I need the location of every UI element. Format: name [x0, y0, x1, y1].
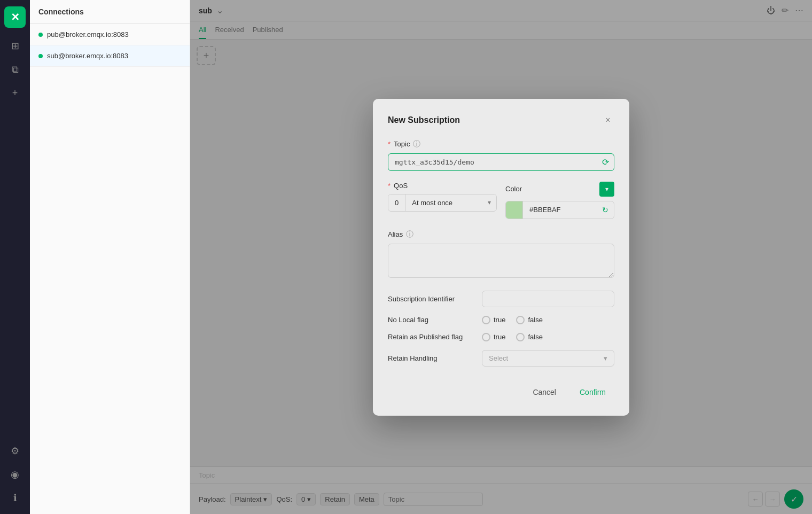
qos-required: *: [388, 182, 391, 190]
modal-header: New Subscription ×: [388, 114, 614, 127]
confirm-button[interactable]: Confirm: [571, 384, 614, 401]
qos-text: At most once: [405, 194, 482, 211]
retain-handling-chevron-icon: ▾: [604, 354, 607, 362]
connection-label-pub: pub@broker.emqx.io:8083: [47, 30, 129, 38]
sidebar-logo[interactable]: ✕: [4, 6, 26, 28]
retain-published-flag-group: Retain as Published flag true false: [388, 333, 614, 341]
sidebar-item-duplicate[interactable]: ⧉: [5, 60, 25, 79]
no-local-flag-group: No Local flag true false: [388, 316, 614, 324]
sidebar: ✕ ⊞ ⧉ + ⚙ ◉ ℹ: [0, 0, 30, 514]
color-value: #BBEBAF: [523, 201, 597, 218]
qos-select-row[interactable]: 0 At most once ▾: [388, 194, 497, 212]
subscription-identifier-input[interactable]: [482, 291, 614, 307]
cancel-button[interactable]: Cancel: [524, 384, 565, 401]
connection-label-sub: sub@broker.emqx.io:8083: [47, 52, 128, 60]
alias-info-icon[interactable]: ⓘ: [406, 230, 413, 239]
qos-number: 0: [388, 194, 405, 211]
retain-published-false-label: false: [528, 333, 542, 341]
sidebar-item-info[interactable]: ℹ: [5, 488, 25, 508]
retain-published-true-option[interactable]: true: [482, 333, 505, 341]
connection-item-sub[interactable]: sub@broker.emqx.io:8083: [30, 45, 190, 67]
topic-required: *: [388, 140, 391, 148]
topic-input[interactable]: [388, 153, 614, 171]
topic-label-text: Topic: [394, 140, 410, 148]
connections-title: Connections: [30, 0, 190, 24]
topic-input-wrapper: ⟳: [388, 153, 614, 171]
qos-color-row: * QoS 0 At most once ▾ Color ▾: [388, 182, 614, 219]
retain-published-false-radio[interactable]: [516, 333, 525, 341]
retain-published-false-option[interactable]: false: [516, 333, 542, 341]
topic-label: * Topic ⓘ: [388, 139, 614, 149]
connection-item-pub[interactable]: pub@broker.emqx.io:8083: [30, 24, 190, 45]
no-local-flag-label: No Local flag: [388, 316, 473, 324]
color-swatch: [506, 201, 523, 219]
sidebar-item-connections[interactable]: ⊞: [5, 36, 25, 56]
connections-panel: Connections pub@broker.emqx.io:8083 sub@…: [30, 0, 190, 514]
retain-handling-placeholder: Select: [489, 354, 508, 362]
qos-col: * QoS 0 At most once ▾: [388, 182, 497, 212]
no-local-true-label: true: [494, 316, 505, 324]
no-local-true-option[interactable]: true: [482, 316, 505, 324]
color-swatch-button[interactable]: ▾: [599, 182, 614, 197]
no-local-false-radio[interactable]: [516, 316, 525, 324]
subscription-identifier-label: Subscription Identifier: [388, 295, 473, 303]
sidebar-item-feeds[interactable]: ◉: [5, 465, 25, 484]
retain-published-flag-label: Retain as Published flag: [388, 333, 473, 341]
modal-title: New Subscription: [388, 115, 460, 125]
new-subscription-modal: New Subscription × * Topic ⓘ ⟳: [373, 99, 629, 416]
right-panel: sub ⌄ ⏻ ✏ ⋯ All Received Published + Top…: [190, 0, 812, 514]
alias-label-text: Alias: [388, 230, 403, 238]
connection-status-sub: [38, 54, 43, 58]
modal-overlay: New Subscription × * Topic ⓘ ⟳: [190, 0, 812, 514]
qos-chevron-icon: ▾: [482, 194, 496, 211]
color-col: Color ▾ #BBEBAF ↻: [505, 182, 614, 219]
no-local-false-label: false: [528, 316, 542, 324]
color-row: #BBEBAF ↻: [505, 201, 614, 219]
connection-status-pub: [38, 33, 43, 37]
qos-label-form: * QoS: [388, 182, 497, 190]
modal-footer: Cancel Confirm: [388, 375, 614, 401]
modal-close-button[interactable]: ×: [602, 114, 614, 127]
retain-handling-label: Retain Handling: [388, 354, 473, 362]
no-local-false-option[interactable]: false: [516, 316, 542, 324]
topic-info-icon[interactable]: ⓘ: [413, 139, 420, 149]
qos-label-text: QoS: [394, 182, 408, 190]
logo-icon: ✕: [11, 11, 20, 24]
sidebar-item-add[interactable]: +: [5, 83, 25, 103]
color-header: Color ▾: [505, 182, 614, 197]
no-local-true-radio[interactable]: [482, 316, 490, 324]
color-label-text: Color: [505, 185, 522, 193]
topic-refresh-icon[interactable]: ⟳: [602, 157, 609, 167]
topic-form-group: * Topic ⓘ ⟳: [388, 139, 614, 171]
subscription-identifier-group: Subscription Identifier: [388, 291, 614, 307]
alias-label: Alias ⓘ: [388, 230, 614, 239]
retain-published-radio-group: true false: [482, 333, 543, 341]
alias-form-group: Alias ⓘ: [388, 230, 614, 280]
no-local-flag-radio-group: true false: [482, 316, 543, 324]
retain-handling-select[interactable]: Select ▾: [482, 350, 614, 367]
color-refresh-icon[interactable]: ↻: [597, 201, 614, 219]
alias-textarea[interactable]: [388, 244, 614, 278]
retain-handling-group: Retain Handling Select ▾: [388, 350, 614, 367]
retain-published-true-label: true: [494, 333, 505, 341]
sidebar-item-settings[interactable]: ⚙: [5, 441, 25, 461]
retain-published-true-radio[interactable]: [482, 333, 490, 341]
